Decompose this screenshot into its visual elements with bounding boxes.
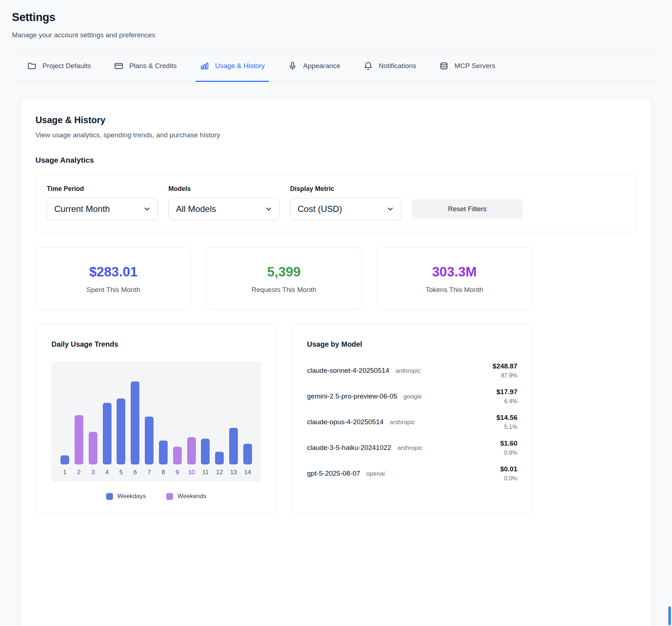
display-metric-value: Cost (USD) bbox=[298, 204, 342, 214]
bar bbox=[243, 444, 252, 464]
models-value: All Models bbox=[176, 204, 216, 214]
usage-bar-day-11 bbox=[201, 439, 210, 464]
tab-label: Notifications bbox=[379, 62, 416, 70]
model-percent: 0.6% bbox=[500, 450, 517, 456]
model-provider: anthropic bbox=[397, 445, 423, 452]
weekends-swatch bbox=[166, 493, 173, 500]
usage-bar-day-10 bbox=[187, 437, 196, 464]
model-usage-row: claude-3-5-haiku-20241022anthropic$1.600… bbox=[307, 439, 517, 457]
usage-bar-day-9 bbox=[173, 447, 182, 464]
usage-history-card: Usage & History View usage analytics, sp… bbox=[21, 98, 651, 626]
x-tick-label: 11 bbox=[201, 469, 210, 476]
model-provider: anthropic bbox=[390, 419, 415, 426]
model-usage-row: gemini-2.5-pro-preview-06-05google$17.97… bbox=[307, 387, 517, 405]
requests-label: Requests This Month bbox=[206, 286, 361, 294]
chevron-down-icon bbox=[143, 205, 151, 213]
x-tick-label: 13 bbox=[229, 469, 238, 476]
x-tick-label: 7 bbox=[144, 469, 154, 476]
bar bbox=[131, 381, 139, 464]
usage-bar-day-3 bbox=[88, 432, 98, 464]
chevron-down-icon bbox=[265, 205, 273, 213]
x-tick-label: 2 bbox=[74, 469, 84, 476]
chart-legend: Weekdays Weekends bbox=[51, 493, 261, 500]
tab-project-defaults[interactable]: Project Defaults bbox=[27, 50, 91, 82]
time-period-select[interactable]: Current Month bbox=[47, 198, 158, 220]
usage-analytics-heading: Usage Analytics bbox=[35, 156, 637, 164]
stat-card-spent: $283.01 Spent This Month bbox=[35, 247, 191, 309]
x-tick-label: 14 bbox=[243, 469, 252, 476]
folder-icon bbox=[27, 61, 37, 71]
model-cost: $14.56 bbox=[496, 414, 517, 422]
model-name: claude-3-5-haiku-20241022 bbox=[307, 444, 391, 452]
bar bbox=[187, 437, 196, 464]
x-tick-label: 10 bbox=[187, 469, 196, 476]
tab-label: Usage & History bbox=[215, 62, 265, 70]
x-tick-label: 6 bbox=[130, 469, 140, 476]
daily-usage-chart: 1234567891011121314 bbox=[51, 362, 261, 482]
models-label: Models bbox=[168, 185, 280, 193]
display-metric-filter: Display Metric Cost (USD) bbox=[290, 185, 401, 220]
model-provider: google bbox=[403, 393, 422, 400]
x-tick-label: 3 bbox=[88, 469, 98, 476]
tokens-value: 303.3M bbox=[377, 264, 532, 280]
models-filter: Models All Models bbox=[168, 185, 280, 220]
tab-label: MCP Servers bbox=[454, 62, 495, 70]
models-select[interactable]: All Models bbox=[168, 198, 280, 220]
chevron-down-icon bbox=[386, 205, 394, 213]
stat-card-tokens: 303.3M Tokens This Month bbox=[377, 247, 532, 309]
bell-icon bbox=[364, 61, 373, 71]
chart-title: Daily Usage Trends bbox=[51, 340, 261, 349]
usage-bar-day-2 bbox=[74, 415, 84, 464]
tab-plans-credits[interactable]: Plans & Credits bbox=[114, 50, 177, 82]
model-percent: 6.4% bbox=[496, 398, 517, 405]
bar bbox=[173, 447, 182, 464]
panels-row: Daily Usage Trends 1234567891011121314 W… bbox=[35, 325, 637, 513]
usage-bar-day-14 bbox=[243, 444, 252, 464]
legend-item-weekends: Weekends bbox=[166, 493, 206, 500]
usage-bar-day-4 bbox=[102, 403, 112, 464]
tab-usage-history[interactable]: Usage & History bbox=[200, 50, 265, 82]
usage-bar-day-5 bbox=[116, 398, 126, 464]
section-subtitle: View usage analytics, spending trends, a… bbox=[35, 131, 637, 139]
usage-bar-day-1 bbox=[60, 455, 70, 464]
bar bbox=[201, 439, 210, 464]
x-tick-label: 4 bbox=[102, 469, 112, 476]
page-header: Settings Manage your account settings an… bbox=[0, 0, 672, 39]
bar-chart-icon bbox=[200, 61, 209, 71]
usage-by-model-panel: Usage by Model claude-sonnet-4-20250514a… bbox=[292, 325, 532, 513]
time-period-value: Current Month bbox=[54, 204, 110, 214]
display-metric-select[interactable]: Cost (USD) bbox=[290, 198, 401, 220]
chart-x-axis-labels: 1234567891011121314 bbox=[60, 469, 252, 476]
model-percent: 0.0% bbox=[500, 475, 517, 482]
model-percent: 5.1% bbox=[496, 424, 517, 430]
tab-appearance[interactable]: Appearance bbox=[288, 50, 340, 82]
tokens-label: Tokens This Month bbox=[377, 286, 532, 294]
tab-mcp-servers[interactable]: MCP Servers bbox=[439, 50, 495, 82]
usage-bar-day-8 bbox=[159, 441, 168, 464]
model-name: gpt-5-2025-08-07 bbox=[307, 470, 360, 477]
time-period-label: Time Period bbox=[47, 185, 158, 193]
usage-bar-day-7 bbox=[144, 417, 154, 464]
scrollbar-thumb[interactable] bbox=[668, 606, 671, 625]
tab-notifications[interactable]: Notifications bbox=[364, 50, 416, 82]
x-tick-label: 12 bbox=[215, 469, 224, 476]
credit-card-icon bbox=[114, 61, 123, 71]
model-name: gemini-2.5-pro-preview-06-05 bbox=[307, 392, 397, 400]
tab-label: Appearance bbox=[303, 62, 340, 70]
spent-value: $283.01 bbox=[36, 264, 191, 280]
reset-filters-button[interactable]: Reset Filters bbox=[412, 199, 523, 219]
model-cost: $0.01 bbox=[500, 465, 517, 473]
tab-label: Project Defaults bbox=[42, 62, 91, 70]
usage-bar-day-6 bbox=[130, 381, 140, 464]
spent-label: Spent This Month bbox=[36, 286, 191, 294]
page-title: Settings bbox=[12, 11, 672, 24]
daily-usage-trends-panel: Daily Usage Trends 1234567891011121314 W… bbox=[35, 325, 277, 513]
section-title: Usage & History bbox=[35, 115, 637, 125]
requests-value: 5,399 bbox=[206, 264, 361, 280]
model-usage-row: gpt-5-2025-08-07openai$0.010.0% bbox=[307, 464, 517, 483]
bar bbox=[215, 452, 224, 464]
bar bbox=[103, 403, 112, 464]
model-percent: 87.9% bbox=[492, 372, 517, 379]
bar bbox=[75, 415, 83, 464]
legend-label: Weekdays bbox=[117, 493, 146, 500]
